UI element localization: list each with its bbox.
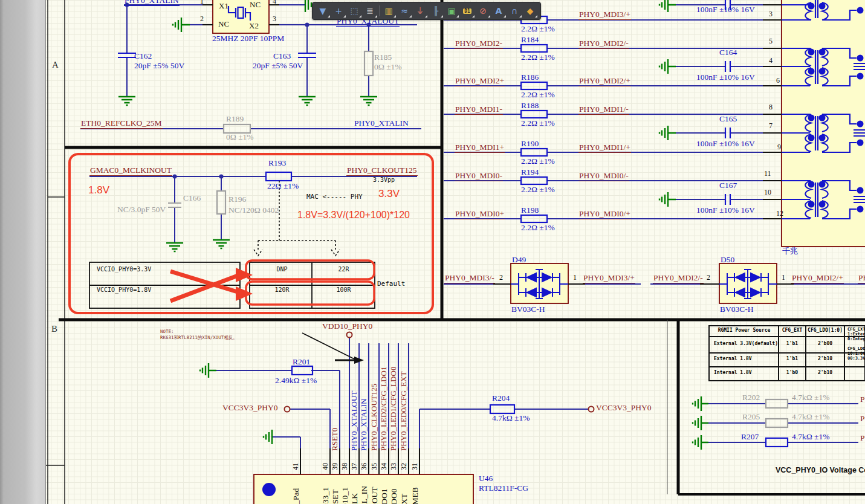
net-label-gmac0-mclkinout[interactable]: GMAC0_MCLKINOUT bbox=[89, 166, 172, 176]
r196-value[interactable]: NC/120Ω 0402 bbox=[228, 206, 279, 215]
c163-value[interactable]: 20pF ±5% 50V bbox=[253, 62, 303, 70]
net-label-phy0-clkout125[interactable]: PHY0_CLKOUT125 bbox=[346, 166, 418, 176]
net-label-led0-cfg-ext[interactable]: PHY0_LED0/CFG_EXT bbox=[400, 372, 408, 451]
net-label-mdi1p-l[interactable]: PHY0_MDI1+ bbox=[455, 143, 505, 153]
place-power-port-icon[interactable]: ╟ bbox=[428, 4, 444, 18]
move-icon[interactable]: + bbox=[331, 4, 346, 18]
select-area-icon[interactable]: ⬚ bbox=[346, 4, 362, 18]
no-erc-icon[interactable]: ⊘ bbox=[475, 4, 491, 18]
c163-designator[interactable]: C163 bbox=[273, 52, 291, 60]
r185-designator[interactable]: R185 bbox=[374, 53, 392, 62]
c167-value[interactable]: 100nF ±10% 16V bbox=[696, 206, 755, 215]
d50-part[interactable]: BV03C-H bbox=[720, 305, 754, 314]
net-label-led2-cfg-ldo1[interactable]: PHY0_LED2/CFG_LDO1 bbox=[380, 367, 388, 451]
r188-value[interactable]: 2.2Ω ±1% bbox=[521, 119, 555, 128]
u46-designator[interactable]: U46 bbox=[479, 474, 493, 483]
r188-designator[interactable]: R188 bbox=[521, 102, 539, 110]
d49-designator[interactable]: D49 bbox=[512, 256, 526, 264]
r189-designator[interactable]: R189 bbox=[226, 115, 244, 123]
net-label-mdi3p-tvs[interactable]: PHY0_MDI3/+ bbox=[583, 274, 635, 283]
net-label-mdi1n-r[interactable]: PHY0_MDI1/- bbox=[578, 105, 629, 115]
r184-value[interactable]: 2.2Ω ±1% bbox=[521, 53, 555, 62]
place-arc-icon[interactable]: ∩ bbox=[507, 4, 522, 18]
c165-value[interactable]: 100nF ±10% 16V bbox=[696, 140, 755, 148]
net-label-partial[interactable]: P bbox=[860, 415, 865, 423]
net-label-mdi2p-tvs[interactable]: PHY0_MDI2/+ bbox=[791, 274, 844, 283]
net-label-mdi2n-l[interactable]: PHY0_MDI2- bbox=[455, 39, 503, 49]
net-label-led1-cfg-ldo0[interactable]: PHY0_LED1/CFG_LDO0 bbox=[389, 367, 398, 451]
place-ground-icon[interactable]: ⏚ bbox=[412, 4, 428, 18]
u46-part[interactable]: RTL8211F-CG bbox=[479, 484, 528, 493]
r205-designator[interactable]: R205 bbox=[742, 413, 760, 421]
net-label-partial[interactable]: P bbox=[860, 434, 865, 442]
place-net-label-icon[interactable]: D1 bbox=[459, 4, 475, 18]
r204-designator[interactable]: R204 bbox=[492, 394, 510, 402]
r194-designator[interactable]: R194 bbox=[521, 168, 539, 176]
place-junction-icon[interactable]: ◆ bbox=[522, 4, 538, 18]
power-port-vcc3v3-right[interactable]: VCC3V3_PHY0 bbox=[596, 404, 652, 412]
align-icon[interactable]: ≣ bbox=[362, 4, 378, 18]
net-label-mdi1n-l[interactable]: PHY0_MDI1- bbox=[455, 105, 503, 115]
r196-designator[interactable]: R196 bbox=[228, 195, 246, 204]
r193-value[interactable]: 22Ω ±1% bbox=[267, 182, 299, 190]
place-wire-icon[interactable]: ≈ bbox=[397, 4, 412, 18]
r202-designator[interactable]: R202 bbox=[742, 393, 760, 402]
net-label-mdi3n-tvs[interactable]: PHY0_MDI3/- bbox=[444, 274, 495, 283]
power-port-vcc3v3-left[interactable]: VCC3V3_PHY0 bbox=[222, 404, 278, 412]
d49-part[interactable]: BV03C-H bbox=[511, 305, 545, 314]
r190-value[interactable]: 2.2Ω ±1% bbox=[521, 157, 555, 166]
net-label-mdi3p[interactable]: PHY0_MDI3/+ bbox=[578, 10, 631, 20]
net-label-rset0[interactable]: RSET0 bbox=[331, 428, 339, 451]
xtal-spec[interactable]: 25MHZ 20PF 10PPM bbox=[212, 34, 284, 43]
net-label-phy0-xtalin-v[interactable]: PHY0_XTALIN bbox=[360, 399, 368, 451]
net-label-partial[interactable]: PH bbox=[858, 274, 865, 283]
net-label-phy0-clkout125-v[interactable]: PHY0_CLKOUT125 bbox=[370, 384, 378, 451]
net-label-phy0-xtalout-v[interactable]: PHY0_XTALOUT bbox=[350, 391, 358, 451]
d50-designator[interactable]: D50 bbox=[721, 256, 734, 264]
r198-designator[interactable]: R198 bbox=[521, 206, 539, 215]
net-label-mdi2n-tvs[interactable]: PHY0_MDI2/- bbox=[653, 274, 704, 283]
r198-value[interactable]: 2.2Ω ±1% bbox=[521, 224, 555, 232]
r186-designator[interactable]: R186 bbox=[521, 73, 539, 82]
net-label-phy0-xtalin-top[interactable]: PHY0_XTALIN bbox=[124, 0, 180, 6]
net-label-mdi0n-r[interactable]: PHY0_MDI0/- bbox=[578, 172, 629, 181]
r186-value[interactable]: 2.2Ω ±1% bbox=[521, 91, 555, 99]
r185-value[interactable]: 0Ω ±1% bbox=[374, 63, 402, 71]
net-label-mdi2n-r[interactable]: PHY0_MDI2/- bbox=[578, 39, 629, 49]
net-label-phy0-xtalin[interactable]: PHY0_XTALIN bbox=[354, 119, 409, 129]
r201-designator[interactable]: R201 bbox=[293, 358, 310, 366]
net-label-mdi2p-l[interactable]: PHY0_MDI2+ bbox=[455, 77, 505, 86]
net-label-mdi2p-r[interactable]: PHY0_MDI2/+ bbox=[578, 77, 631, 86]
c167-designator[interactable]: C167 bbox=[719, 181, 737, 190]
net-label-mdi0n-l[interactable]: PHY0_MDI0- bbox=[455, 172, 503, 181]
filter-icon[interactable]: ▼ bbox=[315, 4, 331, 18]
net-label-mdi0p-r[interactable]: PHY0_MDI0/+ bbox=[578, 210, 631, 219]
net-label-mdi1p-r[interactable]: PHY0_MDI1/+ bbox=[578, 143, 631, 153]
c162-value[interactable]: 20pF ±5% 50V bbox=[134, 62, 184, 70]
r202-value[interactable]: 4.7kΩ ±1% bbox=[792, 393, 829, 402]
r189-value[interactable]: 0Ω ±1% bbox=[226, 133, 254, 141]
r205-value[interactable]: 4.7kΩ ±1% bbox=[792, 413, 829, 421]
net-label-partial[interactable]: P bbox=[860, 395, 865, 404]
r184-designator[interactable]: R184 bbox=[521, 36, 539, 44]
r207-value[interactable]: 4.7kΩ ±1% bbox=[792, 433, 829, 441]
net-label-mdi0p-l[interactable]: PHY0_MDI0+ bbox=[455, 210, 505, 219]
r193-designator[interactable]: R193 bbox=[268, 159, 286, 167]
power-port-vdd10-phy0[interactable]: VDD10_PHY0 bbox=[322, 322, 372, 331]
c162-designator[interactable]: C162 bbox=[134, 52, 152, 60]
cap-value[interactable]: 100nF ±10% 16V bbox=[696, 5, 755, 14]
c165-designator[interactable]: C165 bbox=[719, 115, 737, 123]
place-text-icon[interactable]: A bbox=[491, 4, 507, 18]
r201-value[interactable]: 2.49kΩ ±1% bbox=[275, 376, 317, 385]
c166-value[interactable]: NC/3.0pF 50V bbox=[117, 205, 166, 214]
r190-designator[interactable]: R190 bbox=[521, 140, 539, 148]
mdi3-resistor-value[interactable]: 2.2Ω ±1% bbox=[521, 25, 555, 33]
place-sheet-symbol-icon[interactable]: ▣ bbox=[444, 4, 459, 18]
c164-value[interactable]: 100nF ±10% 16V bbox=[696, 73, 755, 82]
r204-value[interactable]: 4.7kΩ ±1% bbox=[492, 414, 530, 422]
r207-designator[interactable]: R207 bbox=[741, 433, 759, 441]
c166-designator[interactable]: C166 bbox=[183, 194, 201, 202]
place-part-icon[interactable]: ▥ bbox=[381, 4, 397, 18]
r194-value[interactable]: 2.2Ω ±1% bbox=[521, 186, 555, 194]
net-label-eth0-refclko[interactable]: ETH0_REFCLKO_25M bbox=[80, 119, 163, 129]
